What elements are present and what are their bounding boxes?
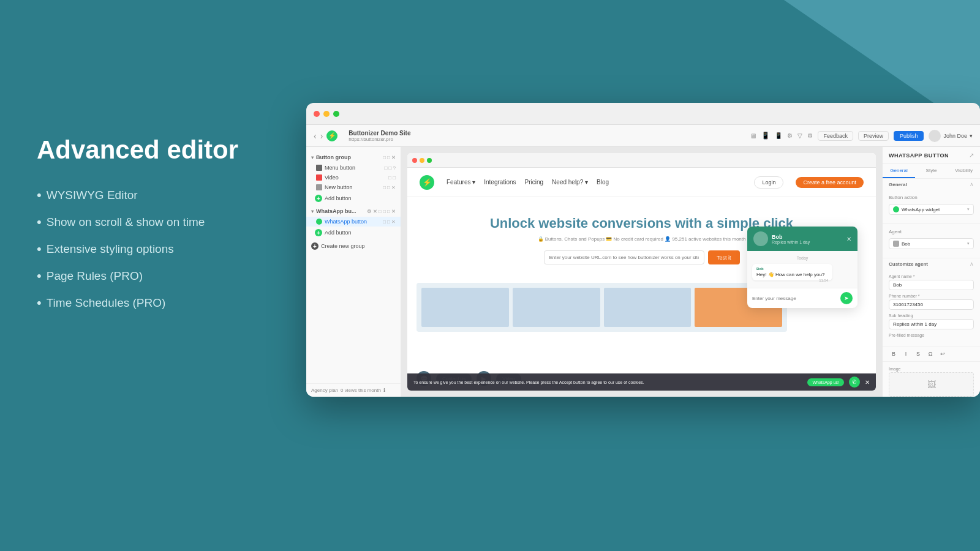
publish-button[interactable]: Publish	[894, 131, 924, 141]
editor-main: ▾ Button group □ □ ✕ Menu button □ □ ? V…	[306, 147, 980, 397]
forward-icon[interactable]: ›	[320, 131, 323, 141]
agent-name-label: Agent name *	[889, 274, 974, 279]
gear-icon[interactable]: ⚙	[807, 132, 813, 139]
main-heading: Advanced editor	[37, 135, 294, 165]
info-icon: ℹ	[383, 388, 385, 393]
tab-style[interactable]: Style	[915, 164, 948, 178]
feature-list: WYSIWYG Editor Show on scroll & show on …	[37, 187, 294, 311]
back-icon[interactable]: ‹	[314, 131, 317, 141]
browser-toolbar: ‹ › ⚡ Buttonizer Demo Site https://butto…	[306, 125, 980, 147]
preview-button[interactable]: Preview	[858, 131, 889, 141]
undo-button[interactable]: ↩	[938, 349, 948, 359]
sub-heading-input[interactable]: Replies within 1 day	[889, 319, 974, 329]
create-account-button[interactable]: Create a free account	[796, 177, 864, 188]
test-button[interactable]: Test it	[708, 250, 740, 264]
agent-name-input[interactable]: Bob	[889, 280, 974, 290]
sidebar-item-new-button[interactable]: New button □ □ ✕	[306, 182, 401, 192]
caret-icon: ▾	[311, 209, 314, 214]
whatsapp-icon-btn[interactable]: ✆	[849, 377, 860, 388]
tablet-icon[interactable]: 📱	[761, 132, 770, 140]
sidebar-item-video[interactable]: Video □ □	[306, 173, 401, 182]
whatsapp-us-button[interactable]: WhatsApp us!	[807, 378, 844, 386]
button-action-section: Button action WhatsApp widget ▾	[883, 190, 980, 224]
image-section: Image 🖼 Select image	[883, 362, 980, 397]
menu-icon	[316, 165, 322, 171]
window-dot-red[interactable]	[314, 111, 320, 117]
desktop-icon[interactable]: 🖥	[750, 132, 756, 140]
preview-col-1	[421, 288, 509, 327]
feedback-button[interactable]: Feedback	[818, 131, 853, 141]
inner-browser-chrome	[407, 153, 876, 168]
feature-item: Page Rules (PRO)	[37, 268, 294, 284]
chat-body: Today Bob Hey! 👋 How can we help you? 11…	[747, 251, 858, 288]
text-toolbar: B I S Ω ↩	[883, 347, 980, 362]
agent-value[interactable]: Bob ▾	[889, 238, 974, 249]
chat-date: Today	[752, 256, 853, 260]
image-label: Image	[889, 367, 974, 371]
nav-blog[interactable]: Blog	[597, 179, 609, 186]
chat-agent-name: Bob	[772, 234, 843, 240]
caret-icon: ▾	[311, 155, 314, 160]
plus-icon: +	[315, 195, 322, 202]
nav-integrations[interactable]: Integrations	[484, 179, 516, 186]
chat-sender: Bob	[756, 267, 828, 271]
menu-button-label: Menu button	[325, 165, 355, 171]
login-button[interactable]: Login	[754, 176, 783, 189]
tab-visibility[interactable]: Visibility	[948, 164, 980, 178]
cookie-close[interactable]: ✕	[865, 379, 870, 386]
website-logo: ⚡	[420, 175, 434, 190]
strikethrough-button[interactable]: S	[913, 349, 923, 359]
preview-col-2	[513, 288, 600, 327]
button-action-label: Button action	[889, 195, 974, 200]
group-header-whatsapp[interactable]: ▾ WhatsApp bu... ⚙ ✕ □ □ □ ✕	[306, 206, 401, 217]
group-header-button[interactable]: ▾ Button group □ □ ✕	[306, 152, 401, 163]
general-section-divider: General ∧	[883, 179, 980, 190]
user-menu[interactable]: John Doe ▾	[929, 130, 973, 142]
nav-features[interactable]: Features ▾	[447, 179, 475, 186]
group-label: WhatsApp bu...	[316, 208, 356, 214]
item-actions: □ □ ✕	[383, 219, 396, 225]
settings-icon[interactable]: ⚙	[787, 132, 793, 139]
add-button-group2[interactable]: + Add button	[306, 227, 401, 239]
sidebar-item-menu-button[interactable]: Menu button □ □ ?	[306, 163, 401, 173]
filter-icon[interactable]: ▽	[797, 132, 802, 139]
chat-send-button[interactable]: ➤	[840, 292, 853, 304]
image-upload-box[interactable]: 🖼	[889, 372, 974, 397]
button-action-field: WhatsApp widget ▾	[889, 204, 974, 215]
field-chevron-icon: ▾	[967, 207, 970, 212]
bold-button[interactable]: B	[889, 349, 899, 359]
inner-dot-yellow	[420, 158, 424, 163]
sub-heading-field: Sub heading Replies within 1 day	[889, 313, 974, 329]
special-char-button[interactable]: Ω	[925, 349, 935, 359]
sub-heading-label: Sub heading	[889, 313, 974, 318]
chat-close-button[interactable]: ✕	[846, 236, 851, 242]
add-button-group1[interactable]: + Add button	[306, 192, 401, 204]
url-input[interactable]	[544, 250, 704, 264]
nav-help[interactable]: Need help? ▾	[552, 179, 588, 186]
window-dot-green[interactable]	[333, 111, 339, 117]
pre-filled-field: Pre-filled message	[889, 333, 974, 337]
nav-links: Features ▾ Integrations Pricing Need hel…	[447, 179, 609, 186]
phone-input[interactable]: 31061723456	[889, 299, 974, 310]
website-preview: ⚡ Features ▾ Integrations Pricing Need h…	[407, 153, 876, 391]
new-button-label: New button	[325, 184, 353, 190]
center-preview: ⚡ Features ▾ Integrations Pricing Need h…	[401, 147, 882, 397]
agent-section: Agent Bob ▾	[883, 224, 980, 258]
feature-item: WYSIWYG Editor	[37, 187, 294, 203]
sidebar-item-whatsapp[interactable]: WhatsApp button □ □ ✕	[306, 217, 401, 227]
right-panel-collapse-icon[interactable]: ↗	[969, 152, 974, 159]
phone-value: 31061723456	[893, 302, 923, 307]
window-dot-yellow[interactable]	[323, 111, 330, 117]
create-label: Create new group	[321, 243, 365, 249]
button-action-value[interactable]: WhatsApp widget ▾	[889, 204, 974, 215]
customize-agent-label: Customize agent	[889, 261, 928, 267]
left-panel: Advanced editor WYSIWYG Editor Show on s…	[37, 135, 294, 322]
sidebar-left: ▾ Button group □ □ ✕ Menu button □ □ ? V…	[306, 147, 401, 397]
tab-general[interactable]: General	[883, 164, 915, 178]
nav-pricing[interactable]: Pricing	[525, 179, 544, 186]
italic-button[interactable]: I	[901, 349, 911, 359]
mobile-icon[interactable]: 📱	[775, 132, 782, 139]
create-group-button[interactable]: + Create new group	[306, 240, 401, 252]
chat-message-input[interactable]	[752, 296, 838, 301]
add-label: Add button	[325, 230, 352, 236]
